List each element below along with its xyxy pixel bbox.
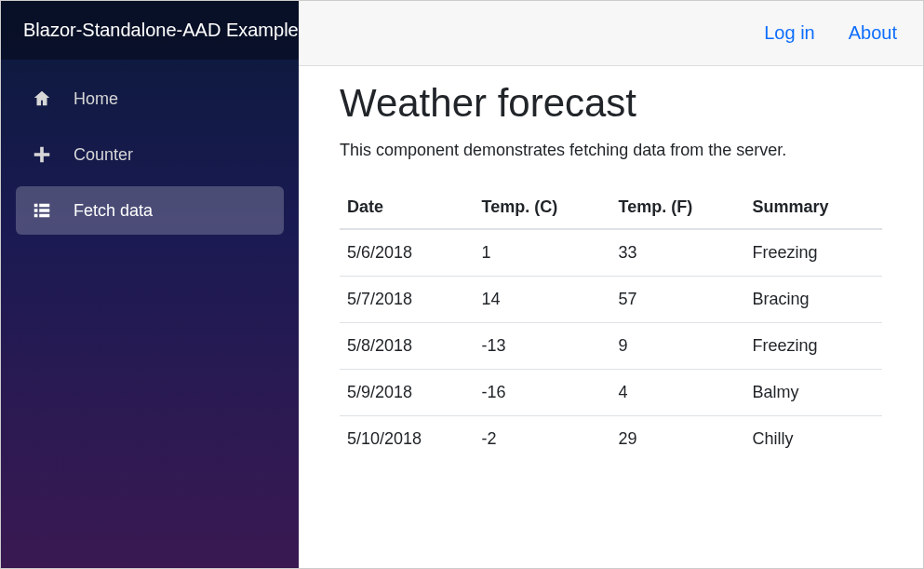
cell-tempf: 4	[611, 370, 745, 416]
sidebar-item-label: Fetch data	[74, 201, 153, 221]
page-title: Weather forecast	[340, 81, 882, 126]
cell-date: 5/8/2018	[340, 323, 475, 370]
cell-summary: Chilly	[744, 416, 882, 463]
col-header-tempc: Temp. (C)	[475, 186, 611, 229]
cell-date: 5/7/2018	[340, 277, 475, 323]
cell-date: 5/9/2018	[340, 370, 475, 416]
col-header-date: Date	[340, 186, 475, 229]
cell-date: 5/6/2018	[340, 229, 475, 277]
sidebar-nav: Home Counter Fetch data	[1, 60, 299, 257]
cell-tempc: 1	[475, 229, 611, 277]
cell-tempc: 14	[475, 277, 611, 323]
sidebar-item-label: Home	[74, 89, 118, 109]
table-row: 5/7/20181457Bracing	[340, 277, 882, 323]
sidebar-item-label: Counter	[74, 145, 133, 165]
cell-tempf: 9	[611, 323, 745, 370]
page-description: This component demonstrates fetching dat…	[340, 141, 882, 160]
sidebar-item-home[interactable]: Home	[16, 75, 284, 123]
cell-tempf: 57	[611, 277, 745, 323]
plus-icon	[31, 143, 53, 166]
cell-summary: Freezing	[744, 323, 882, 370]
cell-tempf: 33	[611, 229, 745, 277]
sidebar-item-counter[interactable]: Counter	[16, 130, 284, 179]
table-row: 5/10/2018-229Chilly	[340, 416, 882, 463]
home-icon	[31, 88, 53, 110]
app-title: Blazor-Standalone-AAD Example	[1, 1, 299, 60]
col-header-tempf: Temp. (F)	[611, 186, 745, 229]
cell-tempc: -13	[475, 323, 611, 370]
cell-summary: Bracing	[744, 277, 882, 323]
cell-tempc: -16	[475, 370, 611, 416]
cell-summary: Balmy	[744, 370, 882, 416]
table-row: 5/9/2018-164Balmy	[340, 370, 882, 416]
col-header-summary: Summary	[744, 186, 882, 229]
cell-summary: Freezing	[744, 229, 882, 277]
forecast-table: Date Temp. (C) Temp. (F) Summary 5/6/201…	[340, 186, 882, 462]
sidebar: Blazor-Standalone-AAD Example Home Count…	[1, 1, 299, 568]
table-header-row: Date Temp. (C) Temp. (F) Summary	[340, 186, 882, 229]
table-row: 5/8/2018-139Freezing	[340, 323, 882, 370]
list-icon	[31, 199, 53, 222]
about-link[interactable]: About	[849, 22, 897, 44]
cell-tempc: -2	[475, 416, 611, 463]
cell-date: 5/10/2018	[340, 416, 475, 463]
cell-tempf: 29	[611, 416, 745, 463]
table-row: 5/6/2018133Freezing	[340, 229, 882, 277]
login-link[interactable]: Log in	[764, 22, 815, 44]
main: Log in About Weather forecast This compo…	[299, 1, 923, 568]
content: Weather forecast This component demonstr…	[299, 66, 923, 477]
sidebar-item-fetch-data[interactable]: Fetch data	[16, 186, 284, 235]
topbar: Log in About	[299, 1, 923, 66]
